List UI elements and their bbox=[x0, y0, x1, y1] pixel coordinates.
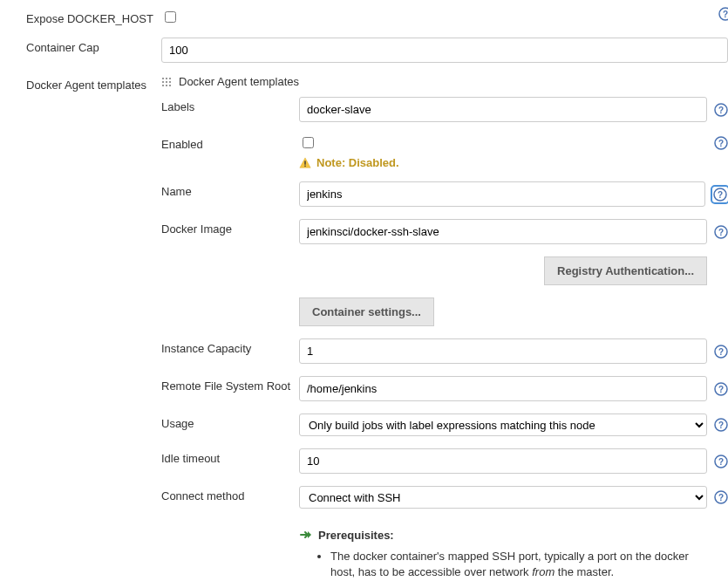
help-icon[interactable]: ? bbox=[714, 490, 728, 504]
list-item: The docker container's mapped SSH port, … bbox=[330, 549, 707, 580]
docker-image-label: Docker Image bbox=[161, 219, 299, 236]
connect-method-label: Connect method bbox=[161, 486, 299, 502]
help-icon[interactable]: ? bbox=[714, 382, 728, 396]
arrow-right-icon bbox=[299, 528, 313, 542]
expose-docker-host-checkbox[interactable] bbox=[165, 11, 176, 23]
help-icon[interactable]: ? bbox=[714, 225, 728, 239]
registry-authentication-button[interactable]: Registry Authentication... bbox=[544, 256, 707, 285]
disabled-note: Note: Disabled. bbox=[316, 156, 399, 169]
svg-text:?: ? bbox=[718, 190, 723, 200]
svg-text:?: ? bbox=[718, 457, 724, 467]
help-icon[interactable]: ? bbox=[714, 136, 728, 150]
help-icon[interactable]: ? bbox=[714, 345, 728, 359]
svg-text:?: ? bbox=[718, 420, 724, 430]
expose-docker-host-label: Expose DOCKER_HOST bbox=[26, 9, 161, 25]
docker-agent-templates-header: Docker Agent templates bbox=[179, 75, 299, 88]
connect-method-select[interactable]: Connect with SSH bbox=[299, 486, 707, 509]
help-icon[interactable]: ? bbox=[718, 7, 728, 21]
help-icon[interactable]: ? bbox=[714, 418, 728, 432]
usage-select[interactable]: Only build jobs with label expressions m… bbox=[299, 414, 707, 436]
svg-text:?: ? bbox=[723, 10, 728, 19]
idle-timeout-label: Idle timeout bbox=[161, 448, 299, 465]
svg-text:?: ? bbox=[718, 106, 724, 115]
docker-image-input[interactable] bbox=[299, 219, 707, 244]
warning-icon bbox=[299, 157, 311, 169]
help-icon[interactable]: ? bbox=[712, 187, 728, 202]
svg-text:?: ? bbox=[718, 347, 724, 357]
container-cap-label: Container Cap bbox=[26, 38, 161, 54]
usage-label: Usage bbox=[161, 414, 299, 430]
name-input[interactable] bbox=[299, 181, 705, 207]
grip-icon[interactable] bbox=[161, 77, 172, 87]
enabled-label: Enabled bbox=[161, 134, 299, 151]
svg-text:?: ? bbox=[718, 139, 724, 148]
svg-rect-6 bbox=[304, 161, 305, 164]
name-label: Name bbox=[161, 181, 299, 198]
container-cap-input[interactable] bbox=[161, 38, 728, 63]
help-icon[interactable]: ? bbox=[714, 455, 728, 468]
instance-capacity-input[interactable] bbox=[299, 338, 707, 364]
idle-timeout-input[interactable] bbox=[299, 448, 707, 474]
svg-text:?: ? bbox=[718, 385, 724, 394]
remote-fs-label: Remote File System Root bbox=[161, 376, 299, 393]
svg-rect-7 bbox=[304, 165, 305, 166]
instance-capacity-label: Instance Capacity bbox=[161, 338, 299, 355]
prerequisites-list: The docker container's mapped SSH port, … bbox=[316, 549, 728, 581]
svg-text:?: ? bbox=[718, 228, 724, 237]
remote-fs-input[interactable] bbox=[299, 376, 707, 401]
help-icon[interactable]: ? bbox=[714, 103, 728, 117]
svg-text:?: ? bbox=[718, 493, 724, 502]
container-settings-button[interactable]: Container settings... bbox=[299, 297, 434, 326]
docker-agent-templates-label: Docker Agent templates bbox=[26, 75, 161, 92]
prerequisites-header: Prerequisites: bbox=[318, 529, 394, 542]
enabled-checkbox[interactable] bbox=[303, 137, 314, 148]
labels-input[interactable] bbox=[299, 97, 707, 122]
labels-label: Labels bbox=[161, 97, 299, 113]
